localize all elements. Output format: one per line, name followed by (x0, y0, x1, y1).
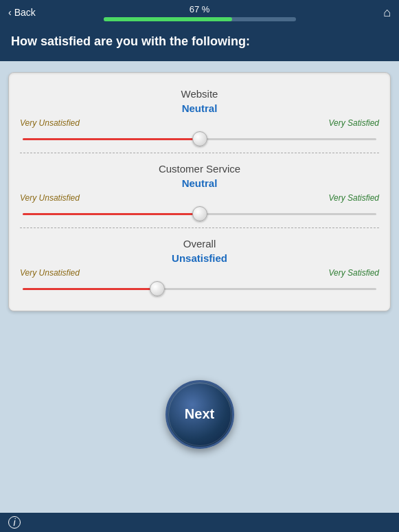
progress-bar-background (104, 17, 296, 21)
slider-section-website: Website Neutral Very Unsatisfied Very Sa… (20, 81, 379, 153)
home-button[interactable]: ⌂ (383, 5, 391, 20)
top-bar: ‹ Back 67 % ⌂ (0, 0, 399, 25)
slider-section-customer-service: Customer Service Neutral Very Unsatisfie… (20, 156, 379, 228)
slider-fill-overall (23, 288, 157, 290)
slider-title-overall: Overall (20, 238, 379, 250)
info-label: i (13, 517, 15, 528)
label-left-customer-service: Very Unsatisfied (20, 193, 80, 203)
slider-value-website: Neutral (20, 102, 379, 114)
sliders-card: Website Neutral Very Unsatisfied Very Sa… (8, 72, 391, 311)
slider-track-customer-service[interactable] (23, 207, 376, 221)
slider-fill-customer-service (23, 213, 200, 215)
progress-container: 67 % (104, 4, 296, 21)
label-left-website: Very Unsatisfied (20, 118, 80, 128)
next-button[interactable]: Next (166, 380, 234, 449)
back-label: Back (14, 7, 36, 18)
label-right-customer-service: Very Satisfied (328, 193, 379, 203)
info-button[interactable]: i (8, 516, 21, 529)
slider-labels-website: Very Unsatisfied Very Satisfied (20, 118, 379, 128)
slider-value-overall: Unsatisfied (20, 252, 379, 264)
label-right-website: Very Satisfied (328, 118, 379, 128)
bottom-area: Next (0, 322, 399, 513)
slider-labels-overall: Very Unsatisfied Very Satisfied (20, 268, 379, 278)
slider-title-customer-service: Customer Service (20, 163, 379, 175)
slider-thumb-website[interactable] (192, 131, 207, 146)
question-header: How satisfied are you with the following… (0, 25, 399, 61)
label-left-overall: Very Unsatisfied (20, 268, 80, 278)
slider-value-customer-service: Neutral (20, 177, 379, 189)
slider-thumb-customer-service[interactable] (192, 206, 207, 221)
next-label: Next (185, 406, 214, 422)
slider-section-overall: Overall Unsatisfied Very Unsatisfied Ver… (20, 231, 379, 302)
slider-track-overall[interactable] (23, 282, 376, 296)
slider-title-website: Website (20, 88, 379, 100)
progress-bar-fill (104, 17, 233, 21)
slider-thumb-overall[interactable] (150, 281, 165, 296)
slider-fill-website (23, 138, 200, 140)
progress-label: 67 % (190, 4, 210, 14)
status-bar: i (0, 513, 399, 532)
back-button[interactable]: ‹ Back (8, 7, 36, 18)
slider-labels-customer-service: Very Unsatisfied Very Satisfied (20, 193, 379, 203)
question-text: How satisfied are you with the following… (11, 34, 388, 49)
slider-track-website[interactable] (23, 132, 376, 146)
main-content: Website Neutral Very Unsatisfied Very Sa… (0, 61, 399, 322)
label-right-overall: Very Satisfied (328, 268, 379, 278)
